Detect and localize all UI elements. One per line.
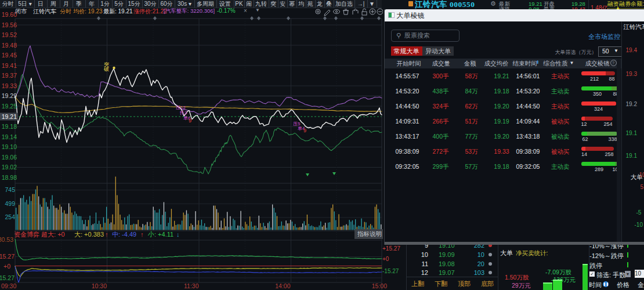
- svg-text:小: +4.11: 小: +4.11: [147, 231, 173, 238]
- svg-text:09:30: 09:30: [1, 282, 16, 289]
- svg-text:254: 254: [5, 213, 15, 220]
- svg-text:19.18: 19.18: [2, 123, 17, 130]
- svg-text:19.21: 19.21: [2, 113, 17, 120]
- svg-text:19.48: 19.48: [2, 42, 17, 49]
- svg-text:19.45: 19.45: [2, 52, 17, 59]
- svg-text:资金博弈 超大: +0: 资金博弈 超大: +0: [14, 231, 65, 238]
- svg-text:30.53: 30.53: [0, 236, 13, 243]
- svg-text:破: 破: [103, 66, 109, 72]
- svg-text:9: 9: [303, 128, 306, 133]
- svg-text:15.27: 15.27: [0, 274, 15, 281]
- svg-text:18.98: 18.98: [2, 174, 17, 181]
- svg-text:19.52: 19.52: [2, 31, 17, 38]
- svg-text:↑: ↑: [140, 231, 144, 238]
- svg-text:15.27: 15.27: [0, 253, 15, 260]
- svg-text:中: -4.49: 中: -4.49: [112, 231, 136, 238]
- svg-text:19.14: 19.14: [2, 133, 17, 140]
- svg-text:↑: ↑: [105, 231, 108, 238]
- svg-text:指标说明: 指标说明: [357, 230, 382, 237]
- svg-text:19.25: 19.25: [2, 103, 17, 110]
- svg-text:+0: +0: [3, 263, 10, 270]
- svg-text:14:00: 14:00: [275, 282, 290, 289]
- svg-text:19.02: 19.02: [2, 164, 17, 171]
- svg-text:19.41: 19.41: [2, 62, 17, 69]
- svg-text:↓: ↓: [176, 231, 180, 238]
- svg-text:托3: 托3: [179, 110, 187, 115]
- svg-text:压12: 压12: [176, 105, 186, 110]
- svg-text:10:30: 10:30: [92, 282, 107, 289]
- svg-text:499: 499: [5, 200, 15, 207]
- svg-text:11:30: 11:30: [184, 282, 199, 289]
- svg-text:19.56: 19.56: [2, 21, 17, 28]
- svg-text:大: +0.383: 大: +0.383: [74, 231, 104, 238]
- svg-text:19.33: 19.33: [2, 82, 17, 89]
- svg-text:19.06: 19.06: [2, 154, 17, 161]
- svg-text:9: 9: [189, 118, 191, 124]
- svg-text:745: 745: [5, 186, 15, 193]
- svg-text:19.29: 19.29: [2, 92, 17, 99]
- svg-text:19.10: 19.10: [2, 143, 17, 150]
- svg-text:19.37: 19.37: [2, 72, 17, 79]
